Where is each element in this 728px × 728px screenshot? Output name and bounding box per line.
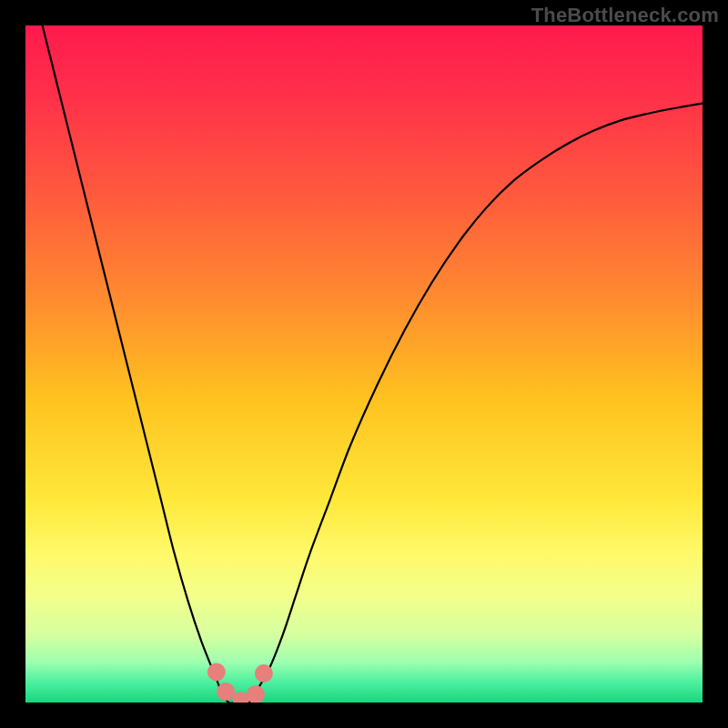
watermark-text: TheBottleneck.com xyxy=(531,4,719,27)
trough-marker xyxy=(217,682,235,701)
bottleneck-plot xyxy=(25,25,703,703)
trough-marker xyxy=(207,663,226,682)
trough-marker xyxy=(255,664,273,682)
chart-frame: TheBottleneck.com xyxy=(0,0,728,728)
